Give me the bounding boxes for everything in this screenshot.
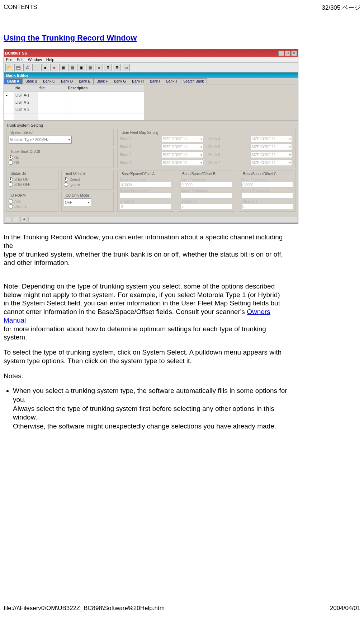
toolbar-right-icon[interactable]: ☰ (113, 64, 121, 71)
col-file[interactable]: file (38, 85, 66, 92)
menu-file[interactable]: File (6, 57, 13, 62)
eot-group: End Of Tone Detect Ignore (61, 170, 114, 190)
close-button[interactable]: × (291, 51, 297, 56)
toolbar-misc2-icon[interactable]: ▤ (68, 64, 76, 71)
notes-label: Notes: (4, 372, 360, 380)
status-cell (5, 217, 11, 222)
radio-on[interactable] (9, 155, 13, 160)
chevron-down-icon: ▼ (87, 201, 90, 204)
toolbar-open-icon[interactable]: 📂 (5, 64, 13, 71)
tab-bank-d[interactable]: Bank D (58, 78, 76, 84)
status-cell: ◂ (20, 217, 27, 222)
app-window: BCi898T SS _ □ × File Edit Window Help 📂… (4, 49, 298, 224)
toolbar-stop-icon[interactable]: ■ (41, 64, 49, 71)
table-row: LIST A-2 (4, 99, 298, 106)
toolbar: 📂 💾 🖨 ■ ● ▦ ▤ ▣ ▥ ≡ ≣ ☰ ▭ (4, 63, 298, 72)
toolbar-save-icon[interactable]: 💾 (14, 64, 22, 71)
header-right: 32/305 ページ (322, 4, 360, 12)
maximize-button[interactable]: □ (285, 51, 290, 56)
child-window-title: Bank Editor (4, 72, 298, 78)
paragraph-1: In the Trunking Record Window, you can e… (4, 233, 283, 267)
app-title: BCi898T SS (5, 51, 27, 55)
toolbar-print-icon[interactable]: 🖨 (23, 64, 31, 71)
bank-tabs: Bank A Bank B Bank C Bank D Bank E Bank … (4, 78, 298, 84)
system-select-value: Motorola Type2 800MHz (10, 138, 49, 142)
col-no[interactable]: No. (14, 85, 38, 92)
menu-bar: File Edit Window Help (4, 57, 298, 63)
toolbar-misc3-icon[interactable]: ▣ (77, 64, 85, 71)
toolbar-left-icon[interactable]: ≡ (95, 64, 103, 71)
menu-help[interactable]: Help (46, 57, 55, 62)
radio-idform-afs (9, 199, 13, 203)
tab-bank-b[interactable]: Bank B (22, 78, 40, 84)
eot-label: End Of Tone (65, 172, 86, 175)
cc-only-label: CC Only Mode (65, 193, 90, 197)
bso-a-base (120, 182, 171, 188)
fleet-block5: SIZE CODE 11▾ (250, 144, 292, 150)
tab-bank-f[interactable]: Bank F (93, 78, 111, 84)
paragraph-3: To select the type of trunking system, c… (4, 348, 283, 365)
radio-idform-dec (9, 204, 13, 208)
radio-eot-detect[interactable] (64, 177, 68, 182)
radio-sbit-on[interactable] (9, 177, 13, 182)
footer-date: 2004/04/01 (330, 605, 360, 612)
idform-group: ID FORM AFS Decimal (6, 192, 58, 212)
radio-off[interactable] (9, 160, 13, 165)
chevron-down-icon: ▼ (68, 138, 71, 141)
bank-onoff-label: Trunk Bank On/Off (9, 150, 41, 154)
bso-b-space (180, 193, 232, 198)
fleet-block2: SIZE CODE 11▾ (162, 151, 203, 158)
header-left: CONTENTS (4, 4, 37, 12)
tab-bank-j[interactable]: Bank J (163, 78, 180, 84)
tab-bank-h[interactable]: Bank H (129, 78, 147, 84)
toolbar-divider (32, 64, 40, 71)
menu-window[interactable]: Window (28, 57, 42, 62)
bso-c-group: Base/Space/Offset C Base Frequency Space… (239, 170, 296, 212)
notes-list: When you select a trunking system type, … (13, 386, 293, 431)
cc-only-value: OFF (65, 201, 72, 205)
footer-path: file://\\Fileserv0\OM\UB322Z_BC898\Softw… (4, 605, 165, 612)
toolbar-center-icon[interactable]: ≣ (104, 64, 112, 71)
page-title: Using the Trunking Record Window (4, 33, 360, 43)
status-bit-label: Status Bit (9, 172, 27, 175)
system-select-dropdown[interactable]: Motorola Type2 800MHz ▼ (9, 136, 72, 144)
tab-bank-a[interactable]: Bank A (4, 78, 23, 84)
tab-bank-c[interactable]: Bank C (40, 78, 58, 84)
tab-bank-e[interactable]: Bank E (76, 78, 94, 84)
toolbar-misc4-icon[interactable]: ▥ (86, 64, 94, 71)
tab-bank-i[interactable]: Bank I (147, 78, 163, 84)
bso-a-group: Base/Space/Offset A Base Frequency Space… (117, 170, 174, 212)
bank-onoff-group: Trunk Bank On/Off On Off (6, 148, 114, 168)
trunk-panel-title: Trunk system Setting (6, 123, 296, 127)
fleet-block0: SIZE CODE 11▾ (162, 136, 203, 142)
bso-c-space (241, 193, 293, 198)
bso-a-offset (120, 203, 171, 209)
cc-only-dropdown[interactable]: OFF ▼ (64, 198, 91, 206)
app-titlebar[interactable]: BCi898T SS _ □ × (4, 50, 298, 57)
system-select-label: System Select (9, 131, 34, 135)
status-bit-group: Status Bit S-Bit ON S-Bit OFF (6, 170, 58, 190)
bso-b-base (180, 182, 232, 188)
tab-search-bank[interactable]: Search Bank (180, 78, 207, 84)
fleet-map-group: User Fleet Map Setting Block 0SIZE CODE … (117, 129, 296, 168)
fleet-block1: SIZE CODE 11▾ (162, 144, 203, 150)
toolbar-misc1-icon[interactable]: ▦ (59, 64, 67, 71)
toolbar-rec-icon[interactable]: ● (50, 64, 58, 71)
status-scroll[interactable] (28, 217, 297, 222)
menu-edit[interactable]: Edit (17, 57, 24, 62)
table-row (4, 113, 298, 121)
bso-c-base (241, 182, 293, 188)
bso-b-offset (180, 203, 232, 209)
system-select-group: System Select Motorola Type2 800MHz ▼ (6, 129, 114, 146)
tab-bank-g[interactable]: Bank G (111, 78, 129, 84)
col-desc[interactable]: Description (66, 85, 144, 92)
fleet-block4: SIZE CODE 11▾ (250, 136, 292, 142)
fleet-block3: SIZE CODE 11▾ (162, 159, 203, 166)
bank-grid[interactable]: No. file Description ▸LIST A-1 LIST A-2 … (4, 84, 298, 121)
paragraph-2: Note: Depending on the type of trunking … (4, 273, 283, 342)
toolbar-extra-icon[interactable]: ▭ (122, 64, 130, 71)
minimize-button[interactable]: _ (278, 51, 284, 56)
radio-sbit-off[interactable] (9, 182, 13, 187)
status-cell (13, 217, 19, 222)
radio-eot-ignore[interactable] (64, 182, 68, 187)
